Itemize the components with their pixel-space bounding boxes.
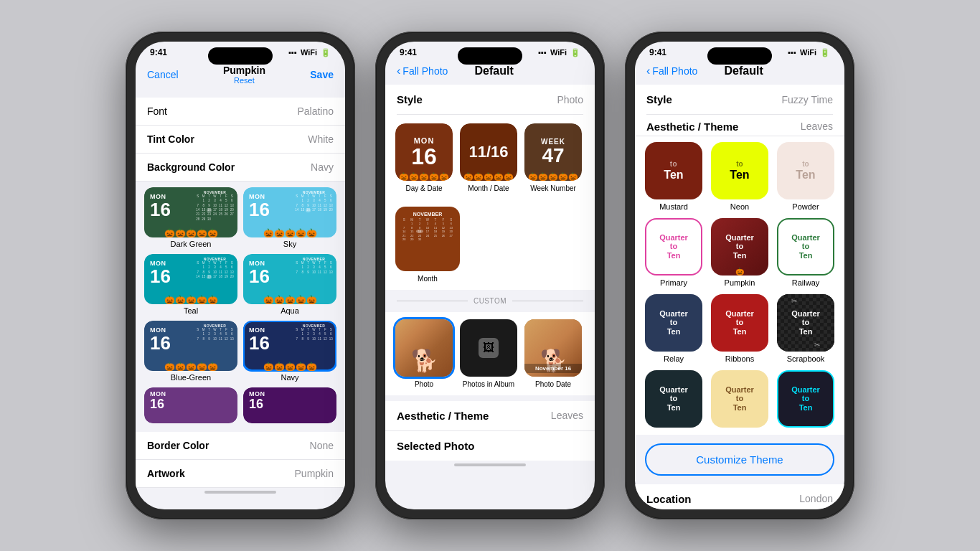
theme-label-pumpkin: Pumpkin	[725, 278, 755, 287]
theme-option-dark-teal[interactable]: QuartertoTen	[645, 370, 702, 430]
back-button-3[interactable]: ‹ Fall Photo	[646, 65, 697, 77]
photo-option-img-album: 🖼	[460, 319, 517, 377]
color-option-sky[interactable]: MON 16 NOVEMBER SMTWTFS 123456 789101112…	[243, 187, 336, 248]
widget-preview-blue-green: MON 16 NOVEMBER SMTWTFS 123456 789101112…	[144, 321, 237, 371]
widget-preview-navy: MON 16 NOVEMBER SMTWTFS 123456 789101112…	[243, 321, 336, 371]
widget-date-teal: MON 16	[150, 260, 171, 286]
aesthetic-theme-row[interactable]: Aesthetic / Theme Leaves	[385, 401, 595, 431]
photo-option-img-photo	[395, 319, 453, 377]
theme-label-powder: Powder	[792, 202, 819, 211]
theme-option-warm-yellow[interactable]: QuartertoTen	[711, 370, 768, 430]
color-option-navy[interactable]: MON 16 NOVEMBER SMTWTFS 123456 789101112…	[243, 321, 336, 382]
pumpkin-bg-teal: 🎃🎃🎃🎃🎃	[144, 296, 237, 304]
pumpkin-bg-navy: 🎃🎃🎃🎃🎃	[243, 362, 336, 371]
aesthetic-header: Aesthetic / Theme Leaves	[635, 115, 844, 136]
back-button-2[interactable]: ‹ Fall Photo	[397, 65, 448, 77]
theme-option-neon[interactable]: to Ten Neon	[711, 142, 768, 211]
dog-photo	[395, 319, 453, 377]
color-option-label-blue-green: Blue-Green	[144, 373, 237, 382]
dynamic-island-2	[458, 47, 522, 65]
theme-option-ribbons[interactable]: QuartertoTen Ribbons	[711, 294, 768, 363]
battery-icon-1: 🔋	[321, 48, 331, 57]
color-option-purple[interactable]: MON 16	[144, 387, 237, 423]
theme-option-relay[interactable]: QuartertoTen Relay	[645, 294, 702, 363]
widget-cal-blue-green: NOVEMBER SMTWTFS 123456 78910111213	[195, 324, 235, 342]
photo-options-row: Photo 🖼 Photos in Album	[385, 312, 595, 395]
theme-label-relay: Relay	[664, 354, 684, 363]
battery-icon-3: 🔋	[820, 48, 830, 57]
status-time-1: 9:41	[150, 47, 167, 57]
color-option-label-teal: Teal	[144, 306, 237, 315]
style-option-label-day-date: Day & Date	[405, 184, 442, 192]
theme-option-primary[interactable]: QuartertoTen Primary	[645, 218, 702, 287]
color-option-dark-purple[interactable]: MON 16	[243, 387, 336, 423]
theme-option-mustard[interactable]: to Ten Mustard	[645, 142, 702, 211]
divider-line-right	[512, 301, 583, 301]
status-icons-2: ▪▪▪ WiFi 🔋	[538, 48, 580, 57]
bg-color-value: Navy	[311, 161, 334, 173]
tint-color-label: Tint Color	[147, 133, 194, 145]
theme-option-powder[interactable]: to Ten Powder	[777, 142, 834, 211]
tint-color-row[interactable]: Tint Color White	[136, 126, 345, 154]
photo-option-img-date: November 16	[524, 319, 582, 377]
theme-tile-scrapbook: QuartertoTen ✂ ✂	[777, 294, 834, 352]
theme-tile-railway: QuartertoTen	[777, 218, 834, 276]
save-button[interactable]: Save	[310, 69, 334, 80]
border-color-row[interactable]: Border Color None	[136, 432, 345, 460]
back-label-2: Fall Photo	[402, 65, 448, 77]
font-row[interactable]: Font Palatino	[136, 98, 345, 126]
wifi-icon-3: WiFi	[800, 48, 816, 57]
style-section: Style Photo MON 16 🎃🎃🎃🎃🎃	[385, 85, 595, 290]
aesthetic-header-label: Aesthetic / Theme	[646, 121, 738, 133]
color-option-teal[interactable]: MON 16 NOVEMBER SMTWTFS 123456 789101112…	[144, 254, 237, 315]
style-option-month[interactable]: NOVEMBER S M T W T F S	[395, 207, 460, 283]
widget-preview-teal: MON 16 NOVEMBER SMTWTFS 123456 789101112…	[144, 254, 237, 304]
artwork-row[interactable]: Artwork Pumpkin	[136, 460, 345, 488]
location-row[interactable]: Location London	[635, 484, 844, 510]
chevron-left-icon-3: ‹	[646, 65, 650, 77]
photo-option-photo[interactable]: Photo	[395, 319, 453, 388]
style-option-label-week-number: Week Number	[530, 184, 576, 192]
settings-reset-link[interactable]: Reset	[223, 76, 265, 85]
color-option-aqua[interactable]: MON 16 NOVEMBER SMTWTFS 123456 789101112…	[243, 254, 336, 315]
theme-grid-quarter: QuartertoTen Primary QuartertoTen 🎃	[635, 215, 844, 291]
style-option-month-date[interactable]: 11/16 🎃🎃🎃🎃🎃 Month / Date	[460, 123, 517, 192]
theme-option-scrapbook[interactable]: QuartertoTen ✂ ✂ Scrapbook	[777, 294, 834, 363]
cancel-button[interactable]: Cancel	[147, 69, 179, 80]
phone-theme-screen: 9:41 ▪▪▪ WiFi 🔋 ‹ Fall Photo Default	[635, 42, 844, 509]
theme-label-neon: Neon	[730, 202, 749, 211]
theme-scroll-container[interactable]: to Ten Mustard to Ten	[635, 136, 844, 435]
pumpkin-bg-blue-green: 🎃🎃🎃🎃🎃	[144, 362, 237, 371]
theme-option-cyan-border[interactable]: QuartertoTen	[777, 370, 834, 430]
widget-date-dark-green: MON 16	[150, 193, 171, 219]
color-option-blue-green[interactable]: MON 16 NOVEMBER SMTWTFS 123456 789101112…	[144, 321, 237, 382]
theme-style-label: Style	[646, 93, 672, 105]
wifi-icon-1: WiFi	[301, 48, 317, 57]
photo-option-album[interactable]: 🖼 Photos in Album	[460, 319, 517, 388]
theme-grid-extra: QuartertoTen QuartertoTen	[635, 367, 844, 435]
color-options-grid-2: MON 16 MON 16	[136, 387, 345, 429]
widget-cal-dark-green: NOVEMBER SMTWTFS 123456 78910111213 1415…	[195, 190, 235, 222]
phone-settings: 9:41 ▪▪▪ WiFi 🔋 Cancel Pumpkin Reset Sav…	[126, 32, 355, 519]
theme-label-mustard: Mustard	[659, 202, 688, 211]
theme-option-railway[interactable]: QuartertoTen Railway	[777, 218, 834, 287]
dark-photo-bg: 🖼	[460, 319, 517, 377]
battery-icon-2: 🔋	[570, 48, 580, 57]
theme-style-row[interactable]: Style Fuzzy Time	[635, 85, 844, 114]
bg-color-row[interactable]: Background Color Navy	[136, 154, 345, 182]
widget-cal-aqua: NOVEMBER SMTWTFS 123456 78910111213	[294, 257, 334, 275]
style-option-day-date[interactable]: MON 16 🎃🎃🎃🎃🎃 Day & Date	[395, 123, 453, 192]
theme-option-pumpkin[interactable]: QuartertoTen 🎃 Pumpkin	[711, 218, 768, 287]
customize-theme-button[interactable]: Customize Theme	[645, 443, 834, 476]
widget-date-sky: MON 16	[249, 193, 270, 219]
selected-photo-row[interactable]: Selected Photo	[385, 431, 595, 461]
customize-theme-label: Customize Theme	[696, 453, 783, 466]
style-row[interactable]: Style Photo	[385, 85, 595, 114]
style-option-week-number[interactable]: WEEK 47 🎃🎃🎃🎃🎃 Week Number	[524, 123, 582, 192]
photo-option-label-album: Photos in Album	[463, 380, 514, 388]
photo-option-date[interactable]: November 16 Photo Date	[524, 319, 582, 388]
widget-cal-navy: NOVEMBER SMTWTFS 123456 78910111213	[294, 324, 334, 342]
color-option-dark-green[interactable]: MON 16 NOVEMBER SMTWTFS 123456 789101112…	[144, 187, 237, 248]
color-option-label-aqua: Aqua	[243, 306, 336, 315]
custom-divider: CUSTOM	[385, 290, 595, 312]
